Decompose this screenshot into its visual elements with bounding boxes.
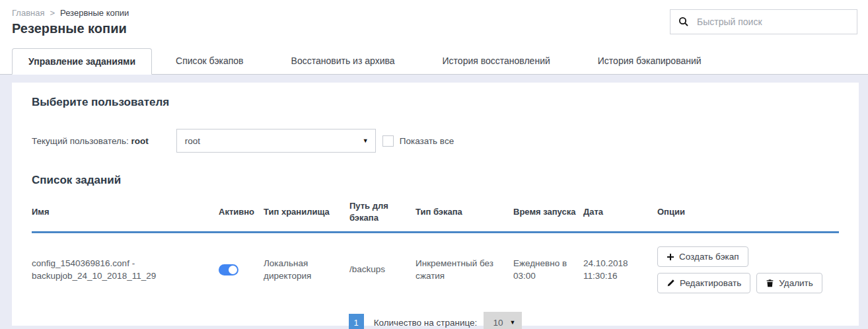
per-page-value: 10 [493,318,503,328]
job-schedule: Ежедневно в 03:00 [513,233,583,307]
col-header-active: Активно [219,196,264,233]
col-header-storage: Тип хранилища [264,196,349,233]
col-header-date: Дата [583,196,657,233]
page-number-button[interactable]: 1 [349,314,364,329]
search-input[interactable] [696,16,849,28]
job-backup-type: Инкрементный без сжатия [416,233,513,307]
col-header-time: Время запуска [513,196,583,233]
content-card: Выберите пользователя Текущий пользовате… [12,83,859,326]
per-page-select[interactable]: 10 ▼ [484,312,522,329]
tab-restore-history[interactable]: История восстановлений [419,48,574,74]
show-all-label: Показать все [400,136,454,146]
current-user-value: root [131,136,148,146]
job-storage-type: Локальная директория [264,233,349,307]
search-icon [678,17,689,27]
page-header: Главная > Резервные копии Резервные копи… [0,0,868,40]
tab-backup-list[interactable]: Список бэкапов [152,48,268,74]
quick-search [670,9,857,34]
delete-button[interactable]: Удалить [756,273,822,293]
table-row: config_1540369816.conf - backupjob_24_10… [32,233,839,307]
tab-job-management[interactable]: Управление заданиями [12,48,152,75]
toggle-knob [229,266,237,274]
tab-backup-history[interactable]: История бэкапирований [574,48,725,74]
table-header-row: Имя Активно Тип хранилища Путь для бэкап… [32,196,839,233]
job-date: 24.10.2018 11:30:16 [583,233,657,307]
pagination: 1 Количество на странице: 10 ▼ [32,312,839,329]
trash-icon [766,279,774,287]
create-backup-button[interactable]: Создать бэкап [657,246,748,267]
edit-button[interactable]: Редактировать [657,273,750,293]
chevron-down-icon: ▼ [509,319,515,326]
breadcrumb-separator: > [50,8,55,18]
breadcrumb-current: Резервные копии [60,8,129,18]
pencil-icon [667,279,675,287]
job-actions: Создать бэкап Редактировать [657,246,832,293]
job-name: config_1540369816.conf - backupjob_24_10… [32,233,219,307]
per-page-label: Количество на странице: [374,318,478,328]
content-panel: Выберите пользователя Текущий пользовате… [0,75,868,329]
col-header-options: Опции [657,196,839,233]
current-user-row: Текущий пользователь: root root ▼ Показа… [32,129,839,153]
jobs-table: Имя Активно Тип хранилища Путь для бэкап… [32,196,839,307]
col-header-path: Путь для бэкапа [349,196,416,233]
current-user-label: Текущий пользователь: root [32,136,149,146]
user-select-value: root [185,136,200,146]
jobs-section-heading: Список заданий [32,174,839,187]
user-section-heading: Выберите пользователя [32,96,839,109]
col-header-name: Имя [32,196,219,233]
user-select[interactable]: root ▼ [176,129,376,153]
chevron-down-icon: ▼ [363,137,369,144]
active-toggle[interactable] [219,264,238,275]
show-all-checkbox[interactable] [382,135,394,147]
breadcrumb-home[interactable]: Главная [12,8,44,18]
plus-icon [667,253,674,261]
job-backup-path: /backups [349,233,416,307]
tab-restore-from-archive[interactable]: Восстановить из архива [268,48,419,74]
col-header-type: Тип бэкапа [416,196,513,233]
tab-bar: Управление заданиями Список бэкапов Восс… [0,48,868,75]
